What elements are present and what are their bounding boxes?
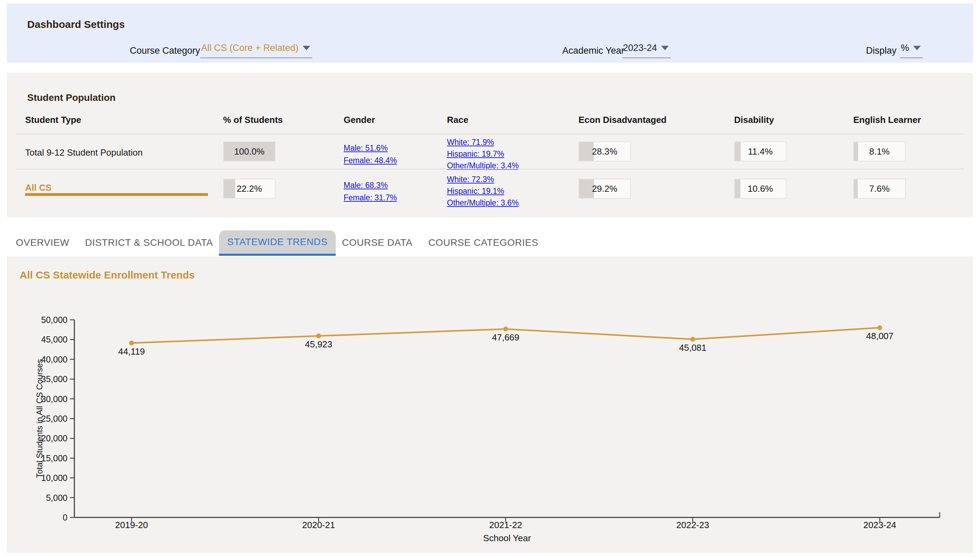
svg-text:Total Students in All CS Cours: Total Students in All CS Courses [35, 359, 44, 478]
bar-value: 8.1% [854, 142, 905, 161]
svg-text:50,000: 50,000 [41, 315, 67, 325]
column-header-english-learner: English Learner [853, 115, 921, 125]
econ-disadvantaged-bar: 28.3% [579, 142, 631, 161]
svg-text:0: 0 [63, 513, 67, 522]
svg-text:45,923: 45,923 [305, 339, 332, 349]
svg-text:30,000: 30,000 [41, 394, 67, 404]
svg-text:45,000: 45,000 [41, 335, 67, 344]
bar-value: 7.6% [854, 179, 905, 198]
disability-bar: 11.4% [734, 142, 786, 161]
student-population-panel: Student Population Student Type % of Stu… [7, 73, 973, 218]
svg-text:2021-22: 2021-22 [489, 520, 522, 530]
course-category-label: Course Category [130, 46, 200, 56]
tab-course-categories[interactable]: COURSE CATEGORIES [428, 237, 538, 248]
column-header-disability: Disability [734, 115, 774, 125]
dashboard-page: { "colors": { "accent_orange": "#c79033"… [0, 0, 980, 557]
statewide-trends-panel: All CS Statewide Enrollment Trends 05,00… [7, 256, 973, 553]
bar-value: 29.2% [579, 179, 630, 198]
tab-statewide-trends[interactable]: STATEWIDE TRENDS [219, 230, 336, 256]
tab-course-data[interactable]: COURSE DATA [342, 237, 413, 248]
svg-text:15,000: 15,000 [41, 453, 67, 463]
svg-text:2020-21: 2020-21 [302, 520, 335, 530]
gender-female-link[interactable]: Female: 48.4% [344, 156, 397, 165]
bar-value: 100.0% [224, 142, 275, 161]
column-header-gender: Gender [344, 115, 375, 125]
svg-text:2023-24: 2023-24 [863, 520, 896, 530]
academic-year-value: 2023-24 [623, 43, 657, 53]
race-hispanic-link[interactable]: Hispanic: 19.1% [447, 187, 519, 196]
english-learner-bar: 8.1% [853, 142, 906, 161]
svg-text:35,000: 35,000 [41, 374, 67, 384]
dashboard-settings-band: Dashboard Settings Course Category All C… [7, 3, 973, 63]
display-label: Display [866, 46, 897, 56]
chevron-down-icon [913, 46, 921, 50]
english-learner-bar: 7.6% [853, 179, 906, 199]
svg-text:44,119: 44,119 [118, 346, 145, 357]
tab-bar: OVERVIEW DISTRICT & SCHOOL DATA STATEWID… [7, 218, 973, 256]
svg-text:School Year: School Year [483, 533, 531, 543]
bar-value: 10.6% [735, 179, 786, 198]
race-hispanic-link[interactable]: Hispanic: 19.7% [447, 150, 519, 159]
bar-value: 28.3% [579, 142, 630, 161]
svg-text:2019-20: 2019-20 [115, 520, 148, 530]
column-header-econ-disadvantaged: Econ Disadvantaged [579, 115, 667, 125]
svg-text:20,000: 20,000 [41, 433, 67, 443]
table-divider [16, 169, 964, 169]
enrollment-trends-line-chart: 05,00010,00015,00020,00025,00030,00035,0… [7, 256, 973, 553]
tab-overview[interactable]: OVERVIEW [16, 237, 69, 248]
student-population-title: Student Population [27, 92, 116, 103]
selected-row-underline [25, 193, 208, 196]
course-category-value: All CS (Core + Related) [201, 43, 298, 53]
chevron-down-icon [661, 46, 669, 50]
tab-district-school-data[interactable]: DISTRICT & SCHOOL DATA [85, 237, 213, 248]
student-type-label: Total 9-12 Student Population [25, 147, 143, 158]
svg-text:5,000: 5,000 [46, 493, 67, 503]
column-header-student-type: Student Type [25, 115, 81, 125]
gender-female-link[interactable]: Female: 31.7% [344, 193, 397, 202]
gender-links: Male: 68.3% Female: 31.7% [344, 181, 397, 202]
svg-text:47,669: 47,669 [492, 332, 520, 342]
disability-bar: 10.6% [734, 179, 786, 199]
race-other-link[interactable]: Other/Multiple: 3.6% [447, 198, 519, 208]
svg-text:25,000: 25,000 [41, 414, 67, 423]
column-header-race: Race [447, 115, 468, 125]
race-links: White: 72.3% Hispanic: 19.1% Other/Multi… [447, 175, 519, 208]
pct-students-bar: 22.2% [223, 179, 276, 199]
svg-text:48,007: 48,007 [866, 331, 894, 341]
race-white-link[interactable]: White: 72.3% [447, 175, 519, 184]
dashboard-settings-title: Dashboard Settings [27, 19, 125, 30]
race-links: White: 71.9% Hispanic: 19.7% Other/Multi… [447, 138, 519, 170]
course-category-dropdown[interactable]: All CS (Core + Related) [201, 43, 312, 58]
academic-year-dropdown[interactable]: 2023-24 [622, 43, 671, 58]
chevron-down-icon [303, 46, 310, 50]
gender-links: Male: 51.6% Female: 48.4% [344, 143, 397, 165]
bar-value: 11.4% [735, 142, 786, 161]
gender-male-link[interactable]: Male: 51.6% [344, 143, 397, 153]
academic-year-label: Academic Year [562, 46, 624, 56]
svg-text:10,000: 10,000 [41, 473, 67, 483]
race-white-link[interactable]: White: 71.9% [447, 138, 519, 147]
svg-text:2022-23: 2022-23 [676, 520, 709, 530]
svg-text:45,081: 45,081 [679, 342, 707, 353]
bar-value: 22.2% [224, 179, 275, 198]
display-dropdown[interactable]: % [900, 43, 923, 58]
student-type-label-all-cs: All CS [25, 182, 52, 193]
econ-disadvantaged-bar: 29.2% [579, 179, 631, 199]
svg-text:40,000: 40,000 [41, 355, 67, 364]
pct-students-bar: 100.0% [223, 142, 276, 161]
display-value: % [901, 43, 909, 53]
gender-male-link[interactable]: Male: 68.3% [344, 181, 397, 190]
column-header-pct-students: % of Students [223, 115, 283, 125]
table-divider [16, 134, 964, 134]
